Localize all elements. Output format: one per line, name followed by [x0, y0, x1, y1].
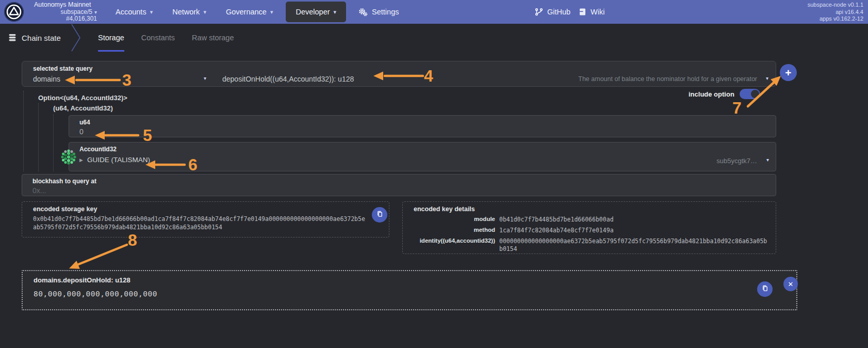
account-type-label: AccountId32 [79, 146, 117, 153]
key-details-rows: module 0b41d0c7f7b4485bd7be1d66066b00ad … [414, 216, 769, 256]
menu-governance[interactable]: Governance▾ [216, 0, 283, 24]
autonomys-logo-icon [4, 2, 24, 22]
database-icon [8, 34, 17, 42]
chain-selector[interactable]: subspace/5▾ [34, 9, 97, 16]
tabs: Storage Constants Raw storage [98, 24, 234, 52]
pallet-dropdown[interactable]: domains [33, 75, 60, 83]
book-icon [579, 8, 586, 16]
chevron-down-icon: ▾ [766, 75, 768, 81]
toggle-knob [751, 90, 759, 98]
app-window: Autonomys Mainnet subspace/5▾ #4,016,301… [0, 0, 868, 348]
copy-icon [376, 210, 384, 220]
main-menu: Accounts▾ Network▾ Governance▾ Developer… [106, 0, 408, 24]
chevron-down-icon: ▾ [334, 9, 337, 15]
menu-developer[interactable]: Developer▾ [286, 2, 346, 22]
encoded-storage-key-panel: encoded storage key 0x0b41d0c7f7b4485bd7… [22, 201, 389, 238]
method-hint: The amount of balance the nominator hold… [578, 75, 757, 83]
tab-constants[interactable]: Constants [141, 24, 175, 52]
menu-accounts[interactable]: Accounts▾ [106, 0, 162, 24]
chevron-down-icon: ▾ [94, 9, 97, 15]
detail-name: module [414, 216, 499, 222]
chevron-down-icon: ▾ [270, 9, 273, 15]
encoded-key-details-panel: encoded key details module 0b41d0c7f7b44… [402, 201, 776, 254]
query-result-block: domains.depositOnHold: u128 80,000,000,0… [22, 270, 797, 310]
detail-row-module: module 0b41d0c7f7b4485bd7be1d66066b00ad [414, 216, 769, 224]
gear-icon [359, 8, 368, 17]
copy-result-button[interactable] [757, 281, 773, 297]
tab-raw-storage[interactable]: Raw storage [192, 24, 234, 52]
network-name: Autonomys Mainnet [34, 2, 97, 9]
version-info: subspace-node v0.1.1 api v16.4.4 apps v0… [808, 2, 863, 23]
u64-label: u64 [79, 119, 90, 126]
detail-value: 0b41d0c7f7b4485bd7be1d66066b00ad [499, 216, 769, 224]
key-details-label: encoded key details [414, 205, 475, 213]
add-query-button[interactable]: + [780, 64, 797, 81]
chevron-down-icon: ▾ [150, 9, 153, 15]
blockhash-placeholder: 0x... [32, 186, 46, 195]
account-select[interactable]: AccountId32 ▶ GUIDE (TALISMAN) sub5ycgtk… [69, 142, 776, 171]
wiki-link[interactable]: Wiki [579, 0, 604, 24]
blockhash-input[interactable]: blockhash to query at 0x... [22, 174, 776, 196]
result-value: 80,000,000,000,000,000,000 [34, 290, 157, 298]
chevron-down-icon: ▾ [203, 9, 206, 15]
detail-name: method [414, 227, 499, 233]
indent-guide [23, 91, 24, 171]
chain-info: Autonomys Mainnet subspace/5▾ #4,016,301 [34, 2, 97, 23]
include-option-toggle[interactable] [740, 89, 760, 99]
u64-input[interactable]: u64 0 [69, 115, 776, 137]
top-nav: Autonomys Mainnet subspace/5▾ #4,016,301… [0, 0, 868, 24]
account-identicon[interactable] [61, 149, 76, 165]
page-title: Chain state [8, 24, 61, 52]
encoded-key-label: encoded storage key [33, 205, 97, 213]
block-number: #4,016,301 [34, 15, 97, 23]
detail-value: 1ca7f84f7c82084ab74e8cf7f7e0149a [499, 227, 769, 234]
annotation-7: 7 [732, 100, 742, 116]
u64-value: 0 [79, 128, 84, 136]
result-title: domains.depositOnHold: u128 [34, 276, 130, 284]
separator-chevron [71, 24, 81, 52]
option-type-label: Option<(u64, AccountId32)> [38, 94, 127, 102]
tab-storage[interactable]: Storage [98, 24, 124, 52]
indent-guide [38, 103, 39, 171]
api-version: api v16.4.4 [808, 9, 863, 16]
account-name: ▶ GUIDE (TALISMAN) [79, 156, 150, 164]
indent-guide [53, 114, 54, 171]
method-dropdown[interactable]: depositOnHold((u64,AccountId32)): u128 [222, 75, 354, 83]
menu-network[interactable]: Network▾ [162, 0, 216, 24]
state-query-row: selected state query domains ▾ depositOn… [22, 61, 776, 87]
encoded-key-value: 0x0b41d0c7f7b4485bd7be1d66066b00ad1ca7f8… [33, 215, 366, 231]
detail-row-method: method 1ca7f84f7c82084ab74e8cf7f7e0149a [414, 227, 769, 234]
copy-key-button[interactable] [372, 207, 387, 223]
node-version: subspace-node v0.1.1 [808, 2, 863, 9]
tuple-type-label: (u64, AccountId32) [53, 104, 113, 112]
detail-name: identity((u64,accountid32)) [414, 238, 499, 244]
chevron-down-icon: ▾ [204, 75, 206, 81]
chevron-down-icon: ▾ [766, 157, 769, 163]
git-branch-icon [535, 8, 543, 16]
include-option-label: include option [689, 90, 734, 98]
expander-icon: ▶ [79, 157, 83, 163]
apps-version: apps v0.162.2-12 [808, 15, 863, 23]
menu-settings[interactable]: Settings [349, 0, 408, 24]
copy-icon [761, 284, 769, 294]
query-label: selected state query [33, 65, 92, 72]
tab-bar: Chain state Storage Constants Raw storag… [0, 24, 868, 52]
github-link[interactable]: GitHub [535, 0, 570, 24]
detail-value: 000000000000000000ae6372b5eab5795f072d5f… [499, 238, 769, 253]
remove-query-button[interactable]: ✕ [783, 277, 798, 291]
detail-row-identity: identity((u64,accountid32)) 000000000000… [414, 238, 769, 253]
account-address-short: sub5ycgtk7… [716, 157, 757, 165]
include-option-control: include option [689, 89, 760, 99]
blockhash-label: blockhash to query at [32, 178, 96, 185]
